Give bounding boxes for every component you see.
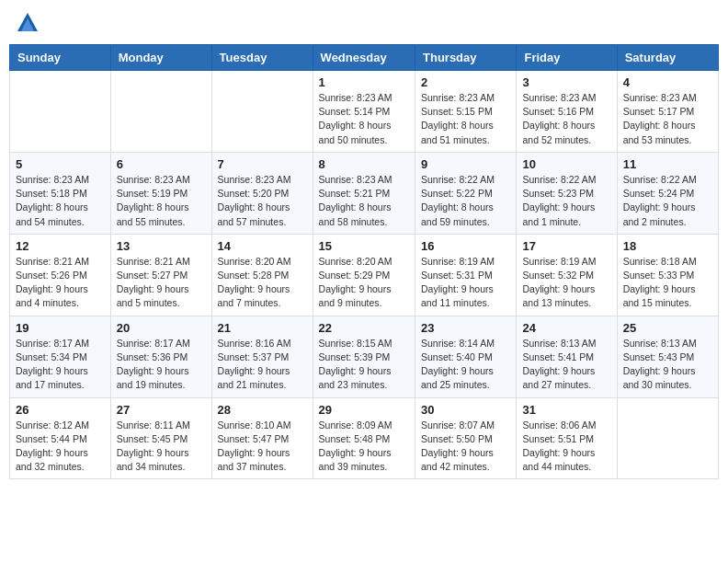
day-number: 22 xyxy=(319,321,409,335)
calendar-header-row: SundayMondayTuesdayWednesdayThursdayFrid… xyxy=(10,45,719,71)
day-info: Sunrise: 8:21 AM Sunset: 5:27 PM Dayligh… xyxy=(117,255,206,311)
calendar-cell: 26Sunrise: 8:12 AM Sunset: 5:44 PM Dayli… xyxy=(10,397,111,479)
calendar-table: SundayMondayTuesdayWednesdayThursdayFrid… xyxy=(9,44,719,479)
calendar-cell: 13Sunrise: 8:21 AM Sunset: 5:27 PM Dayli… xyxy=(110,234,211,316)
day-number: 31 xyxy=(522,403,610,417)
day-number: 24 xyxy=(522,321,610,335)
calendar-cell xyxy=(10,71,111,153)
day-info: Sunrise: 8:20 AM Sunset: 5:29 PM Dayligh… xyxy=(319,255,409,311)
day-number: 21 xyxy=(218,321,307,335)
calendar-cell: 29Sunrise: 8:09 AM Sunset: 5:48 PM Dayli… xyxy=(313,397,415,479)
day-info: Sunrise: 8:11 AM Sunset: 5:45 PM Dayligh… xyxy=(117,419,206,475)
day-number: 10 xyxy=(522,157,610,171)
day-info: Sunrise: 8:23 AM Sunset: 5:15 PM Dayligh… xyxy=(421,91,510,147)
day-number: 8 xyxy=(319,157,409,171)
day-info: Sunrise: 8:21 AM Sunset: 5:26 PM Dayligh… xyxy=(16,255,105,311)
calendar-cell: 17Sunrise: 8:19 AM Sunset: 5:32 PM Dayli… xyxy=(517,234,617,316)
calendar-cell: 23Sunrise: 8:14 AM Sunset: 5:40 PM Dayli… xyxy=(415,316,517,397)
day-number: 14 xyxy=(218,239,307,253)
day-number: 9 xyxy=(421,157,510,171)
calendar-header-thursday: Thursday xyxy=(415,45,517,71)
day-number: 26 xyxy=(16,403,105,417)
calendar-week-row: 26Sunrise: 8:12 AM Sunset: 5:44 PM Dayli… xyxy=(10,397,719,479)
day-number: 6 xyxy=(117,157,206,171)
day-number: 1 xyxy=(319,75,409,89)
day-info: Sunrise: 8:23 AM Sunset: 5:17 PM Dayligh… xyxy=(623,91,712,147)
day-info: Sunrise: 8:20 AM Sunset: 5:28 PM Dayligh… xyxy=(218,255,307,311)
day-info: Sunrise: 8:12 AM Sunset: 5:44 PM Dayligh… xyxy=(16,419,105,475)
calendar-cell: 5Sunrise: 8:23 AM Sunset: 5:18 PM Daylig… xyxy=(10,152,111,234)
calendar-cell: 28Sunrise: 8:10 AM Sunset: 5:47 PM Dayli… xyxy=(211,397,313,479)
calendar-cell: 22Sunrise: 8:15 AM Sunset: 5:39 PM Dayli… xyxy=(313,316,415,397)
day-number: 16 xyxy=(421,239,510,253)
day-info: Sunrise: 8:23 AM Sunset: 5:21 PM Dayligh… xyxy=(319,173,409,229)
day-number: 29 xyxy=(319,403,409,417)
day-info: Sunrise: 8:22 AM Sunset: 5:22 PM Dayligh… xyxy=(421,173,510,229)
calendar-header-monday: Monday xyxy=(110,45,211,71)
day-info: Sunrise: 8:23 AM Sunset: 5:19 PM Dayligh… xyxy=(117,173,206,229)
day-info: Sunrise: 8:23 AM Sunset: 5:18 PM Dayligh… xyxy=(16,173,105,229)
day-info: Sunrise: 8:14 AM Sunset: 5:40 PM Dayligh… xyxy=(421,337,510,393)
day-number: 11 xyxy=(623,157,712,171)
day-number: 17 xyxy=(522,239,610,253)
calendar-cell: 19Sunrise: 8:17 AM Sunset: 5:34 PM Dayli… xyxy=(10,316,111,397)
day-info: Sunrise: 8:17 AM Sunset: 5:34 PM Dayligh… xyxy=(16,337,105,393)
calendar-cell: 15Sunrise: 8:20 AM Sunset: 5:29 PM Dayli… xyxy=(313,234,415,316)
day-number: 25 xyxy=(623,321,712,335)
calendar-cell xyxy=(110,71,211,153)
day-number: 5 xyxy=(16,157,105,171)
day-info: Sunrise: 8:22 AM Sunset: 5:24 PM Dayligh… xyxy=(623,173,712,229)
calendar-cell: 27Sunrise: 8:11 AM Sunset: 5:45 PM Dayli… xyxy=(110,397,211,479)
day-info: Sunrise: 8:17 AM Sunset: 5:36 PM Dayligh… xyxy=(117,337,206,393)
calendar-cell: 1Sunrise: 8:23 AM Sunset: 5:14 PM Daylig… xyxy=(313,71,415,153)
day-info: Sunrise: 8:16 AM Sunset: 5:37 PM Dayligh… xyxy=(218,337,307,393)
day-number: 18 xyxy=(623,239,712,253)
page-header xyxy=(9,9,719,37)
calendar-cell: 21Sunrise: 8:16 AM Sunset: 5:37 PM Dayli… xyxy=(211,316,313,397)
calendar-header-friday: Friday xyxy=(517,45,617,71)
calendar-cell: 4Sunrise: 8:23 AM Sunset: 5:17 PM Daylig… xyxy=(617,71,718,153)
day-number: 13 xyxy=(117,239,206,253)
calendar-cell: 2Sunrise: 8:23 AM Sunset: 5:15 PM Daylig… xyxy=(415,71,517,153)
calendar-cell: 20Sunrise: 8:17 AM Sunset: 5:36 PM Dayli… xyxy=(110,316,211,397)
logo-icon xyxy=(14,9,41,37)
day-info: Sunrise: 8:06 AM Sunset: 5:51 PM Dayligh… xyxy=(522,419,610,475)
calendar-cell: 25Sunrise: 8:13 AM Sunset: 5:43 PM Dayli… xyxy=(617,316,718,397)
calendar-week-row: 1Sunrise: 8:23 AM Sunset: 5:14 PM Daylig… xyxy=(10,71,719,153)
day-number: 4 xyxy=(623,75,712,89)
day-info: Sunrise: 8:23 AM Sunset: 5:14 PM Dayligh… xyxy=(319,91,409,147)
calendar-header-tuesday: Tuesday xyxy=(211,45,313,71)
calendar-cell: 8Sunrise: 8:23 AM Sunset: 5:21 PM Daylig… xyxy=(313,152,415,234)
day-info: Sunrise: 8:23 AM Sunset: 5:20 PM Dayligh… xyxy=(218,173,307,229)
day-info: Sunrise: 8:19 AM Sunset: 5:32 PM Dayligh… xyxy=(522,255,610,311)
calendar-cell: 10Sunrise: 8:22 AM Sunset: 5:23 PM Dayli… xyxy=(517,152,617,234)
calendar-cell xyxy=(617,397,718,479)
day-number: 20 xyxy=(117,321,206,335)
calendar-week-row: 19Sunrise: 8:17 AM Sunset: 5:34 PM Dayli… xyxy=(10,316,719,397)
calendar-cell: 14Sunrise: 8:20 AM Sunset: 5:28 PM Dayli… xyxy=(211,234,313,316)
calendar-cell: 16Sunrise: 8:19 AM Sunset: 5:31 PM Dayli… xyxy=(415,234,517,316)
calendar-cell xyxy=(211,71,313,153)
day-info: Sunrise: 8:10 AM Sunset: 5:47 PM Dayligh… xyxy=(218,419,307,475)
day-number: 12 xyxy=(16,239,105,253)
day-number: 2 xyxy=(421,75,510,89)
day-number: 23 xyxy=(421,321,510,335)
calendar-cell: 30Sunrise: 8:07 AM Sunset: 5:50 PM Dayli… xyxy=(415,397,517,479)
calendar-cell: 12Sunrise: 8:21 AM Sunset: 5:26 PM Dayli… xyxy=(10,234,111,316)
calendar-header-wednesday: Wednesday xyxy=(313,45,415,71)
calendar-header-saturday: Saturday xyxy=(617,45,718,71)
day-info: Sunrise: 8:19 AM Sunset: 5:31 PM Dayligh… xyxy=(421,255,510,311)
day-number: 28 xyxy=(218,403,307,417)
logo xyxy=(14,9,45,37)
day-info: Sunrise: 8:23 AM Sunset: 5:16 PM Dayligh… xyxy=(522,91,610,147)
day-number: 30 xyxy=(421,403,510,417)
day-info: Sunrise: 8:07 AM Sunset: 5:50 PM Dayligh… xyxy=(421,419,510,475)
day-number: 15 xyxy=(319,239,409,253)
calendar-cell: 6Sunrise: 8:23 AM Sunset: 5:19 PM Daylig… xyxy=(110,152,211,234)
day-number: 3 xyxy=(522,75,610,89)
calendar-cell: 18Sunrise: 8:18 AM Sunset: 5:33 PM Dayli… xyxy=(617,234,718,316)
day-info: Sunrise: 8:13 AM Sunset: 5:43 PM Dayligh… xyxy=(623,337,712,393)
calendar-cell: 7Sunrise: 8:23 AM Sunset: 5:20 PM Daylig… xyxy=(211,152,313,234)
day-info: Sunrise: 8:09 AM Sunset: 5:48 PM Dayligh… xyxy=(319,419,409,475)
calendar-cell: 9Sunrise: 8:22 AM Sunset: 5:22 PM Daylig… xyxy=(415,152,517,234)
